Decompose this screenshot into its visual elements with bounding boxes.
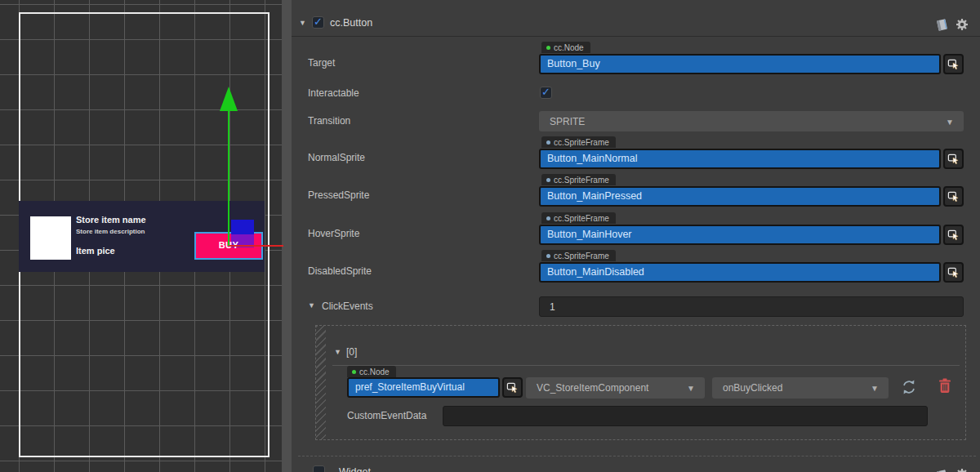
label-transition: Transition [308,115,350,127]
pressed-sprite-field[interactable]: Button_MainPressed [539,186,964,207]
hover-sprite-field[interactable]: Button_MainHover [539,225,964,245]
label-pressed-sprite: PressedSprite [308,189,369,201]
spriteframe-type-dot-icon [546,216,550,220]
node-picker-button[interactable] [502,377,523,398]
type-tag-text: cc.Node [554,43,584,52]
hover-sprite-value[interactable]: Button_MainHover [539,225,941,245]
group-hatch-decoration [316,326,326,439]
label-interactable: Interactable [308,87,359,99]
chevron-down-icon [871,382,879,394]
node-type-dot-icon [546,46,550,50]
gear-icon[interactable] [956,18,969,32]
type-tag-text: cc.SpriteFrame [554,252,609,260]
clickevents-collapse-arrow-icon[interactable] [308,301,315,309]
disabled-sprite-field[interactable]: Button_MainDisabled [539,262,964,283]
custom-event-data-input[interactable] [443,406,928,426]
scene-view[interactable]: Store item name Store item description I… [0,0,283,472]
type-tag-spriteframe: cc.SpriteFrame [541,136,616,148]
inspector-panel: cc.Button Target cc.Node Button_Buy Inte… [292,0,980,472]
label-disabled-sprite: DisabledSprite [308,265,372,277]
delete-event-trash-icon[interactable] [938,378,951,394]
disabled-sprite-value[interactable]: Button_MainDisabled [539,262,941,283]
spriteframe-picker-button[interactable] [943,262,964,283]
docs-book-icon[interactable] [935,18,949,32]
gizmo-y-axis-handle[interactable] [228,111,229,246]
collapse-arrow-icon[interactable] [299,19,306,27]
type-tag-text: cc.Node [359,367,390,376]
spriteframe-picker-button[interactable] [943,186,964,207]
event-component-value: VC_StoreItemComponent [537,382,648,394]
spriteframe-type-dot-icon [546,178,550,182]
next-component-title: Widget [339,466,371,472]
event-handler-value: onBuyClicked [723,382,782,394]
type-tag-node: cc.Node [347,366,396,377]
event-node-field[interactable]: pref_StoreItemBuyVirtual [347,377,523,398]
type-tag-spriteframe: cc.SpriteFrame [541,174,616,185]
spriteframe-type-dot-icon [546,140,550,145]
click-events-count: 1 [550,301,555,313]
type-tag-text: cc.SpriteFrame [554,138,609,147]
event-separator [332,365,960,366]
node-type-dot-icon [352,370,356,374]
event-component-select[interactable]: VC_StoreItemComponent [526,377,705,399]
gizmo-x-axis-handle[interactable] [229,245,283,247]
label-custom-event-data: CustomEventData [347,410,426,421]
pressed-sprite-value[interactable]: Button_MainPressed [539,186,941,207]
component-header-button: cc.Button [292,0,980,37]
type-tag-text: cc.SpriteFrame [554,214,609,223]
item-image-placeholder [30,216,71,260]
store-item-name-text: Store item name [76,215,146,225]
normal-sprite-field[interactable]: Button_MainNormal [539,149,964,169]
item-price-text: Item pice [76,246,115,256]
gear-icon[interactable] [956,468,969,472]
store-item-description-text: Store item description [76,228,145,235]
event-index-label: [0] [346,346,357,358]
gizmo-y-axis-arrowhead[interactable] [220,87,238,111]
component-enabled-checkbox[interactable] [312,16,324,29]
spriteframe-type-dot-icon [546,254,550,258]
click-event-0-group: [0] cc.Node pref_StoreItemBuyVirtual VC_… [315,325,966,440]
target-reference-field[interactable]: Button_Buy [539,54,964,74]
spriteframe-picker-button[interactable] [943,225,964,245]
chevron-down-icon [946,116,954,127]
transition-value: SPRITE [550,116,585,127]
type-tag-text: cc.SpriteFrame [554,176,609,185]
type-tag-node: cc.Node [541,42,590,53]
label-hover-sprite: HoverSprite [308,228,359,239]
spriteframe-picker-button[interactable] [943,149,964,169]
node-picker-button[interactable] [943,54,964,74]
type-tag-spriteframe: cc.SpriteFrame [541,250,616,261]
event-collapse-arrow-icon[interactable] [334,348,341,356]
panel-splitter[interactable] [282,0,292,472]
click-events-count-field[interactable]: 1 [539,296,964,317]
refresh-icon[interactable] [901,379,917,395]
component-divider [298,456,976,456]
type-tag-spriteframe: cc.SpriteFrame [541,212,616,224]
cocos-editor: Store item name Store item description I… [0,0,980,472]
next-component-enabled-checkbox[interactable] [313,465,325,472]
label-target: Target [308,57,335,69]
chevron-down-icon [687,382,695,394]
target-value[interactable]: Button_Buy [539,54,941,74]
label-click-events: ClickEvents [322,301,373,312]
interactable-checkbox[interactable] [540,87,552,99]
overlay-blue-rect [231,220,254,234]
component-title: cc.Button [330,17,372,29]
normal-sprite-value[interactable]: Button_MainNormal [539,149,941,169]
transition-select[interactable]: SPRITE [539,111,964,131]
event-handler-select[interactable]: onBuyClicked [712,377,889,399]
event-node-value[interactable]: pref_StoreItemBuyVirtual [347,377,500,398]
docs-book-icon[interactable] [935,469,949,472]
label-normal-sprite: NormalSprite [308,152,365,163]
